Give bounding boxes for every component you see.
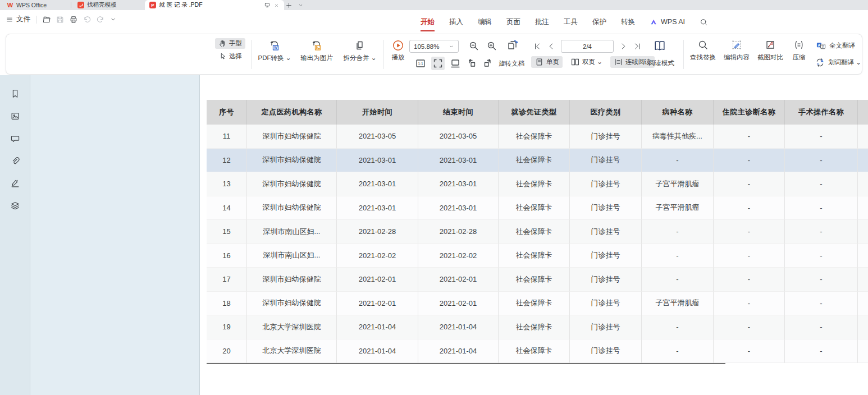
find-replace-button[interactable]: 查找替换 [688,39,718,62]
table-cell: 深圳市妇幼保健院 [247,196,337,221]
wps-logo-icon: W [7,2,13,8]
ribbon-tab-开始[interactable]: 开始 [413,15,442,29]
monitor-icon[interactable] [264,2,271,8]
edit-content-icon [731,39,742,50]
next-page-icon[interactable] [619,42,628,50]
table-cell: 2021-02-01 [418,268,499,292]
ribbon-tab-保护[interactable]: 保护 [585,15,614,29]
header-cell: 结束时间 [418,100,499,125]
hand-tool-button[interactable]: 手型 [215,38,245,49]
ribbon-tab-转换[interactable]: 转换 [614,15,642,29]
svg-text:A: A [820,59,823,63]
table-row[interactable]: 14深圳市妇幼保健院2021-03-012021-03-01社会保障卡门诊挂号子… [207,196,868,221]
rotate-right-icon[interactable] [482,58,494,69]
header-cell: 住院主诊断名称 [714,100,785,125]
wps-ai-button[interactable]: WPS AI [642,15,692,29]
table-row[interactable]: 11深圳市妇幼保健院2021-03-052021-03-05社会保障卡门诊挂号病… [207,125,868,149]
split-merge-icon [354,40,366,52]
undo-icon[interactable] [83,15,92,24]
svg-text:W: W [274,45,278,49]
table-row[interactable]: 19北京大学深圳医院2021-01-042021-01-04社会保障卡门诊挂号-… [207,315,868,339]
layers-icon[interactable] [10,201,20,211]
close-tab-icon[interactable] [273,2,280,8]
table-row[interactable]: 12深圳市妇幼保健院2021-03-012021-03-01社会保障卡门诊挂号-… [207,149,868,173]
table-row[interactable]: 13深圳市妇幼保健院2021-03-012021-03-01社会保障卡门诊挂号子… [207,172,868,196]
ribbon-tab-工具[interactable]: 工具 [556,15,585,29]
file-menu-button[interactable]: 文件 [6,15,30,24]
redo-icon[interactable] [96,15,105,24]
full-translate-button[interactable]: A文 全文翻译 [816,40,855,51]
swap-pages-icon[interactable] [506,39,519,53]
select-tool-button[interactable]: 选择 [215,51,245,62]
last-page-icon[interactable] [633,42,642,50]
pdf-logo-icon: P [149,2,156,8]
table-row[interactable]: 20北京大学深圳医院2021-01-042021-01-04社会保障卡门诊挂号-… [207,339,868,364]
svg-text:x: x [817,62,819,66]
zoom-out-icon[interactable] [468,40,479,52]
screenshot-compare-label: 截图对比 [757,53,783,62]
attachment-icon[interactable] [10,156,20,166]
ribbon-tab-编辑[interactable]: 编辑 [470,15,499,29]
ribbon-tab-批注[interactable]: 批注 [528,15,556,29]
pdf-page[interactable]: 序号定点医药机构名称开始时间结束时间就诊凭证类型医疗类别病种名称住院主诊断名称手… [200,75,868,395]
open-folder-icon[interactable] [42,15,51,24]
page-number-input[interactable]: 2/4 [561,40,614,53]
prev-page-icon[interactable] [547,42,555,50]
table-row[interactable]: 18深圳市妇幼保健院2021-02-012021-02-01社会保障卡门诊挂号子… [207,292,868,316]
signature-icon[interactable] [10,178,20,189]
navigation-panel[interactable] [30,75,200,395]
read-mode-label[interactable]: 阅读模式 [644,59,679,67]
actual-size-icon[interactable]: 1:1 [415,58,426,69]
fit-page-icon[interactable] [450,58,461,69]
screenshot-compare-button[interactable]: 截图对比 [755,39,785,62]
app-tab-docer[interactable]: 找稻壳模板 [73,0,141,10]
table-cell: - [642,220,714,244]
zoom-level-select[interactable]: 105.88% [409,40,459,53]
table-cell: 社会保障卡 [499,149,570,173]
word-translate-button[interactable]: xA 划词翻译 ⌄ [815,57,861,68]
app-tab-wps-office[interactable]: W WPS Office [2,0,68,10]
first-page-icon[interactable] [533,42,541,50]
thumbnail-icon[interactable] [10,111,20,121]
menu-search-icon[interactable] [692,15,715,29]
compress-icon [793,39,805,50]
compress-button[interactable]: 压缩 [788,39,810,62]
double-page-button[interactable]: 双页 ⌄ [567,56,606,68]
rotate-left-icon[interactable] [466,58,477,69]
comment-icon[interactable] [10,134,20,144]
table-cell: 子宫平滑肌瘤 [642,292,714,316]
table-row[interactable]: 16深圳市南山区妇...2021-02-022021-02-02社会保障卡门诊挂… [207,244,868,268]
left-icon-strip [0,75,30,395]
single-page-button[interactable]: 单页 [531,56,563,68]
new-tab-button[interactable] [285,0,296,10]
table-cell: - [642,268,714,292]
table-row[interactable]: 15深圳市南山区妇...2021-02-282021-02-28社会保障卡门诊挂… [207,220,868,244]
split-merge-button[interactable]: 拆分合并 ⌄ [339,40,381,62]
bookmark-icon[interactable] [10,89,20,99]
save-icon[interactable] [56,15,65,24]
export-image-button[interactable]: 输出为图片 [294,40,340,62]
table-cell: - [785,244,858,268]
tab-list-chevron-icon[interactable] [298,0,308,10]
ribbon-tab-插入[interactable]: 插入 [442,15,470,29]
play-button[interactable]: 播放 [386,39,410,62]
table-row[interactable]: 17深圳市妇幼保健院2021-02-012021-02-01社会保障卡门诊挂号-… [207,268,868,292]
read-mode-icon[interactable] [653,39,666,52]
rotate-doc-label[interactable]: 旋转文档 [499,59,524,68]
app-tab-document[interactable]: P 就 医 记 录 .PDF [145,0,284,10]
zoom-in-icon[interactable] [486,40,497,52]
print-icon[interactable] [69,15,78,24]
table-cell: 社会保障卡 [499,244,570,268]
toolbar-panel: 手型 选择 W PDF转换 ⌄ 输出为图片 拆分合并 ⌄ 播放 105.88% [6,34,862,75]
more-actions-chevron-icon[interactable] [109,16,117,23]
fit-width-icon[interactable] [431,57,445,70]
table-cell: 门诊挂号 [570,125,642,149]
ribbon-tab-页面[interactable]: 页面 [499,15,528,29]
pdf-convert-button[interactable]: W PDF转换 ⌄ [252,40,297,62]
table-cell: - [785,125,858,149]
single-page-label: 单页 [546,58,559,66]
double-page-icon [570,57,580,67]
split-merge-label: 拆分合并 [344,54,369,61]
edit-content-button[interactable]: 编辑内容 [721,39,752,62]
table-cell: 2021-03-01 [418,149,499,173]
